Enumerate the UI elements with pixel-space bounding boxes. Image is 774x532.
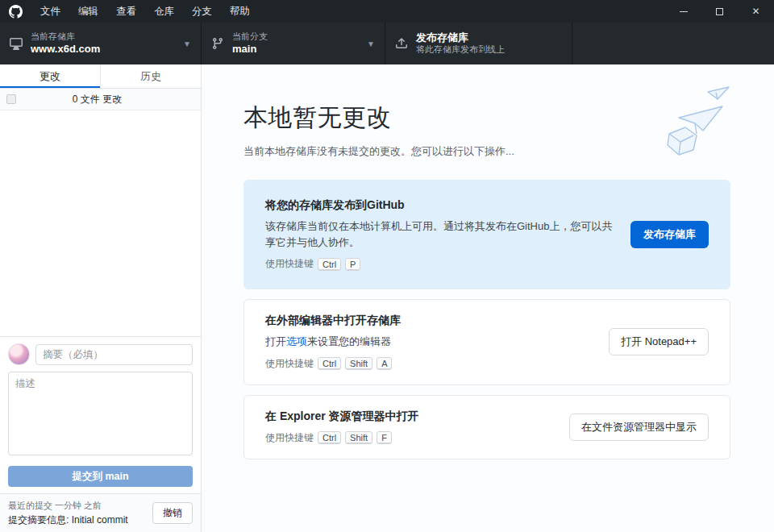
commit-form: 提交到 main <box>0 336 201 493</box>
key-ctrl: Ctrl <box>318 357 341 370</box>
tab-history[interactable]: 历史 <box>100 64 201 88</box>
open-editor-button[interactable]: 打开 Notepad++ <box>609 328 709 355</box>
publish-card-shortcut: 使用快捷键 Ctrl P <box>265 257 616 271</box>
recent-commit-summary-value: Initial commit <box>72 514 128 526</box>
recent-commit-summary: 提交摘要信息: Initial commit <box>8 513 152 527</box>
publish-card-body: 将您的存储库发布到GitHub 该存储库当前仅在本地计算机上可用。通过将其发布在… <box>265 198 616 271</box>
changed-files-list <box>0 110 201 336</box>
recent-commit-meta: 最近的提交 一分钟 之前 <box>8 499 152 513</box>
paper-planes-illustration <box>651 85 735 163</box>
suggested-actions: 将您的存储库发布到GitHub 该存储库当前仅在本地计算机上可用。通过将其发布在… <box>243 180 730 459</box>
computer-icon <box>10 37 23 50</box>
menu-branch[interactable]: 分支 <box>183 0 221 23</box>
open-editor-card-title: 在外部编辑器中打开存储库 <box>265 314 594 328</box>
publish-subtitle: 将此存储库发布到线上 <box>416 44 505 56</box>
maximize-icon <box>716 8 723 15</box>
repository-selector[interactable]: 当前存储库 www.x6d.com ▼ <box>0 23 202 64</box>
key-ctrl: Ctrl <box>318 258 341 271</box>
key-p: P <box>345 258 360 271</box>
tab-history-label: 历史 <box>140 69 161 84</box>
toolbar: 当前存储库 www.x6d.com ▼ 当前分支 main ▼ 发布存储库 将此… <box>0 23 774 64</box>
recent-commit-summary-label: 提交摘要信息: <box>8 514 69 526</box>
window-controls: ✕ <box>665 0 774 23</box>
git-branch-icon <box>211 37 224 50</box>
shortcut-label: 使用快捷键 <box>265 357 314 371</box>
recent-commit-text: 最近的提交 一分钟 之前 提交摘要信息: Initial commit <box>8 499 152 527</box>
repository-name: www.x6d.com <box>31 43 100 56</box>
minimize-button[interactable] <box>665 0 701 23</box>
key-ctrl: Ctrl <box>318 431 341 444</box>
close-icon: ✕ <box>751 6 759 16</box>
github-logo-icon <box>9 4 23 19</box>
tab-changes[interactable]: 更改 <box>0 64 100 88</box>
toolbar-empty-space <box>572 23 774 64</box>
open-editor-card-body: 在外部编辑器中打开存储库 打开选项来设置您的编辑器 使用快捷键 Ctrl Shi… <box>265 314 594 371</box>
menu-edit[interactable]: 编辑 <box>69 0 107 23</box>
open-editor-card: 在外部编辑器中打开存储库 打开选项来设置您的编辑器 使用快捷键 Ctrl Shi… <box>243 299 730 385</box>
menu-view[interactable]: 查看 <box>107 0 145 23</box>
publish-repository-toolbar-button[interactable]: 发布存储库 将此存储库发布到线上 <box>385 23 572 64</box>
branch-text: 当前分支 main <box>232 31 268 56</box>
show-in-explorer-button[interactable]: 在文件资源管理器中显示 <box>569 414 709 441</box>
branch-selector[interactable]: 当前分支 main ▼ <box>202 23 385 64</box>
show-in-explorer-card-title: 在 Explorer 资源管理器中打开 <box>265 409 555 424</box>
publish-card-description: 该存储库当前仅在本地计算机上可用。通过将其发布在GitHub上，您可以共享它并与… <box>265 218 616 250</box>
menu-repository[interactable]: 仓库 <box>145 0 183 23</box>
publish-repository-button[interactable]: 发布存储库 <box>630 221 709 248</box>
upload-arrow-icon <box>395 37 408 50</box>
github-desktop-window: 文件 编辑 查看 仓库 分支 帮助 ✕ 当前存储库 www.x6d.com ▼ <box>0 0 774 532</box>
publish-card: 将您的存储库发布到GitHub 该存储库当前仅在本地计算机上可用。通过将其发布在… <box>243 180 730 289</box>
editor-desc-post: 来设置您的编辑器 <box>307 335 391 347</box>
chevron-down-icon: ▼ <box>360 39 375 48</box>
commit-button[interactable]: 提交到 main <box>8 466 193 487</box>
menu-file[interactable]: 文件 <box>31 0 69 23</box>
show-in-explorer-card: 在 Explorer 资源管理器中打开 使用快捷键 Ctrl Shift F 在… <box>243 395 730 459</box>
minimize-icon <box>680 11 688 12</box>
repository-label: 当前存储库 <box>31 31 100 43</box>
shortcut-label: 使用快捷键 <box>265 257 314 271</box>
tab-changes-label: 更改 <box>40 69 60 84</box>
shortcut-label: 使用快捷键 <box>265 431 314 445</box>
editor-desc-pre: 打开 <box>265 335 286 347</box>
key-shift: Shift <box>345 431 372 444</box>
publish-card-title: 将您的存储库发布到GitHub <box>265 198 616 213</box>
sidebar-tabs: 更改 历史 <box>0 64 201 89</box>
recent-commit-bar: 最近的提交 一分钟 之前 提交摘要信息: Initial commit 撤销 <box>0 493 201 532</box>
open-editor-card-shortcut: 使用快捷键 Ctrl Shift A <box>265 357 594 371</box>
key-f: F <box>377 431 392 444</box>
publish-text: 发布存储库 将此存储库发布到线上 <box>416 31 505 56</box>
key-shift: Shift <box>345 357 372 370</box>
chevron-down-icon: ▼ <box>177 39 191 48</box>
key-a: A <box>377 357 392 370</box>
commit-description-input[interactable] <box>8 372 193 455</box>
avatar <box>8 343 30 365</box>
show-in-explorer-card-body: 在 Explorer 资源管理器中打开 使用快捷键 Ctrl Shift F <box>265 409 555 445</box>
select-all-checkbox[interactable] <box>6 94 16 104</box>
maximize-button[interactable] <box>701 0 738 23</box>
publish-title: 发布存储库 <box>416 31 505 44</box>
main-panel: 本地暂无更改 当前本地存储库没有未提交的更改。您可以进行以下操作... 将您的存… <box>202 64 774 532</box>
menu-bar: 文件 编辑 查看 仓库 分支 帮助 <box>31 0 259 23</box>
options-link[interactable]: 选项 <box>286 335 307 347</box>
open-editor-card-description: 打开选项来设置您的编辑器 <box>265 334 594 350</box>
show-in-explorer-card-shortcut: 使用快捷键 Ctrl Shift F <box>265 431 555 445</box>
content-area: 更改 历史 0 文件 更改 提交到 main 最近的提交 一分钟 之前 <box>0 64 774 532</box>
commit-summary-input[interactable] <box>35 344 193 365</box>
branch-name: main <box>232 43 268 56</box>
titlebar: 文件 编辑 查看 仓库 分支 帮助 ✕ <box>0 0 774 23</box>
changes-summary-row: 0 文件 更改 <box>0 89 201 110</box>
menu-help[interactable]: 帮助 <box>221 0 259 23</box>
changes-summary-label: 0 文件 更改 <box>73 93 138 106</box>
undo-button[interactable]: 撤销 <box>152 502 193 524</box>
sidebar: 更改 历史 0 文件 更改 提交到 main 最近的提交 一分钟 之前 <box>0 64 202 532</box>
branch-label: 当前分支 <box>232 31 268 43</box>
close-button[interactable]: ✕ <box>738 0 774 23</box>
repository-text: 当前存储库 www.x6d.com <box>31 31 100 56</box>
